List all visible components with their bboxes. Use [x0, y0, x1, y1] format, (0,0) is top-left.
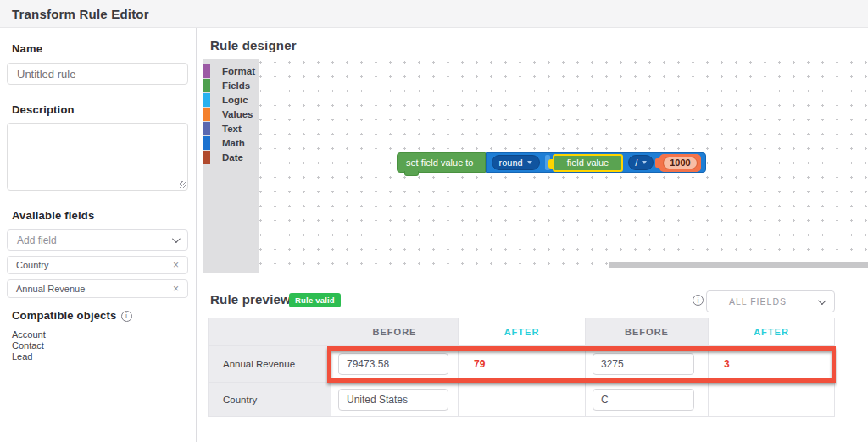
horizontal-scrollbar[interactable]: [609, 262, 868, 268]
app-header: Transform Rule Editor: [0, 0, 868, 28]
field-chip-annual-revenue: Annual Revenue ×: [7, 279, 188, 298]
category-color-bar: [203, 136, 210, 150]
set-field-value-block[interactable]: set field value to: [397, 152, 486, 173]
rule-preview-title: Rule preview: [210, 292, 291, 307]
header-cell-after-2: AFTER: [709, 318, 834, 346]
rule-designer-title: Rule designer: [210, 38, 297, 52]
field-chip-country: Country ×: [7, 256, 188, 274]
block-toolbox: Format Fields Logic Values Text: [203, 59, 259, 273]
operator-dropdown[interactable]: /: [628, 155, 654, 170]
info-icon[interactable]: i: [693, 295, 704, 306]
before-cell: [331, 346, 459, 383]
block-assembly: set field value to round field value /: [397, 152, 706, 173]
compatible-object-item: Account: [12, 329, 189, 340]
rule-designer-canvas[interactable]: Format Fields Logic Values Text: [203, 59, 868, 273]
category-color-bar: [203, 93, 210, 107]
number-block[interactable]: 1000: [659, 154, 700, 172]
main-panel: Rule designer Format Fields Logic: [203, 28, 868, 442]
chevron-down-icon: [172, 235, 181, 243]
description-label: Description: [12, 103, 189, 116]
remove-field-icon[interactable]: ×: [173, 284, 179, 294]
field-chip-label: Country: [16, 260, 49, 270]
before-cell: [586, 346, 709, 383]
name-label: Name: [12, 42, 189, 55]
row-label: Country: [209, 383, 331, 417]
after-cell: [459, 383, 586, 417]
rule-preview-header: Rule preview Rule valid i ALL FIELDS: [203, 286, 868, 312]
before-value-input[interactable]: [593, 389, 694, 411]
number-value: 1000: [663, 157, 697, 169]
after-value: 3: [709, 358, 730, 370]
dropdown-caret-icon: [527, 161, 532, 164]
rule-name-input[interactable]: [7, 63, 188, 85]
add-field-placeholder: Add field: [17, 235, 57, 246]
toolbox-category-logic[interactable]: Logic: [203, 92, 259, 107]
compatible-objects-list: Account Contact Lead: [12, 329, 189, 362]
header-cell-after-1: AFTER: [459, 318, 586, 346]
round-function-block[interactable]: round field value / 1000: [486, 152, 706, 173]
category-color-bar: [203, 122, 210, 135]
header-cell-before-1: BEFORE: [331, 318, 459, 346]
field-chip-label: Annual Revenue: [16, 284, 85, 294]
compatible-object-item: Lead: [12, 351, 189, 362]
field-value-block-selected[interactable]: field value: [553, 154, 624, 172]
table-row-annual-revenue: Annual Revenue 79 3: [209, 346, 834, 383]
dropdown-caret-icon: [642, 161, 647, 164]
compatible-object-item: Contact: [12, 340, 189, 351]
before-value-input[interactable]: [593, 353, 694, 375]
after-cell: [709, 383, 834, 417]
category-color-bar: [203, 79, 210, 92]
table-header-row: BEFORE AFTER BEFORE AFTER: [209, 318, 834, 346]
rule-preview-table: BEFORE AFTER BEFORE AFTER Annual Revenue…: [208, 318, 835, 417]
page-title: Transform Rule Editor: [12, 7, 149, 21]
row-label: Annual Revenue: [209, 346, 331, 383]
all-fields-select[interactable]: ALL FIELDS: [706, 290, 835, 312]
info-icon[interactable]: i: [121, 311, 132, 322]
rule-settings-sidebar: Name Description Available fields Add fi…: [0, 28, 197, 442]
after-cell: 79: [459, 346, 586, 383]
toolbox-category-text[interactable]: Text: [203, 121, 259, 135]
after-cell: 3: [709, 346, 834, 383]
toolbox-category-fields[interactable]: Fields: [203, 78, 259, 92]
add-field-select[interactable]: Add field: [7, 229, 188, 251]
chevron-down-icon: [818, 296, 826, 305]
round-dropdown[interactable]: round: [492, 155, 540, 170]
after-value: 79: [459, 358, 485, 370]
table-row-country: Country: [209, 383, 834, 417]
available-fields-label: Available fields: [12, 209, 189, 222]
toolbox-category-format[interactable]: Format: [203, 64, 259, 78]
rule-description-textarea[interactable]: [7, 123, 188, 191]
before-cell: [586, 383, 709, 417]
all-fields-value: ALL FIELDS: [729, 296, 787, 307]
remove-field-icon[interactable]: ×: [173, 260, 179, 270]
toolbox-category-math[interactable]: Math: [203, 135, 259, 150]
compatible-objects-label: Compatible objectsi: [12, 309, 189, 322]
toolbox-category-values[interactable]: Values: [203, 107, 259, 121]
category-color-bar: [203, 64, 210, 78]
rule-valid-badge: Rule valid: [289, 293, 341, 307]
category-color-bar: [203, 108, 210, 121]
header-cell-before-2: BEFORE: [586, 318, 709, 346]
transform-rule-editor-app: Transform Rule Editor Name Description A…: [0, 0, 868, 442]
header-cell-empty: [209, 318, 331, 346]
before-value-input[interactable]: [338, 353, 448, 375]
before-cell: [331, 383, 459, 417]
category-color-bar: [203, 151, 210, 164]
before-value-input[interactable]: [338, 389, 448, 411]
toolbox-category-date[interactable]: Date: [203, 150, 259, 164]
